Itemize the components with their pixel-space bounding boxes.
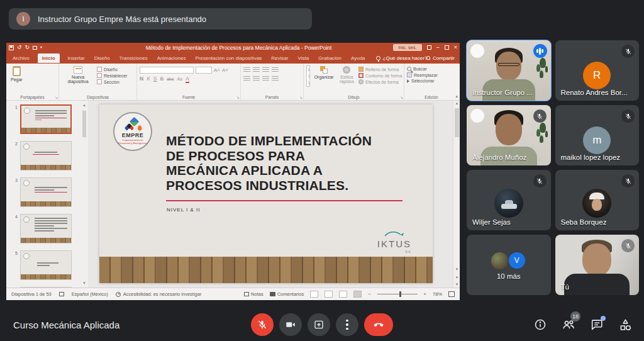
restore-icon[interactable] [445,45,449,50]
notes-toggle[interactable]: Notas [244,291,264,297]
shape-outline-button[interactable]: Contorno de forma [358,73,402,78]
previous-slide-icon[interactable]: ▲ [453,275,460,279]
decrease-indent-icon[interactable] [262,67,269,72]
shape-fill-button[interactable]: Relleno de forma [358,67,402,72]
paragraph-dialog-launcher-icon[interactable]: ↘ [299,95,303,99]
next-slide-icon[interactable]: ▼ [453,282,460,286]
mic-toggle-button[interactable] [251,313,274,336]
tile-maikol[interactable]: m maikol lopez lopez [555,105,640,165]
thumbnail-slide-5[interactable]: 5 [13,250,88,280]
replace-button[interactable]: Reemplazar [407,72,438,77]
thumbnail-slide-4[interactable]: 4 [13,214,88,243]
tile-renato[interactable]: R Renato Andres Bor... [555,40,640,101]
accessibility-status[interactable]: Accesibilidad: es necesario investigar [123,291,202,297]
sign-in-button[interactable]: Inic. ses. [393,44,422,51]
bullets-icon[interactable] [243,67,250,72]
align-center-icon[interactable] [253,76,260,81]
grow-font-icon[interactable]: A˄ [214,67,220,73]
meeting-details-button[interactable] [533,317,548,332]
increase-indent-icon[interactable] [272,67,279,72]
align-left-icon[interactable] [243,76,250,81]
scroll-up-icon[interactable]: ▲ [453,101,460,105]
undo-icon[interactable]: ↺ [17,45,22,50]
reading-view-icon[interactable] [339,291,347,298]
thumbnail-slide-3[interactable]: 3 [13,177,88,207]
tile-seba[interactable]: Seba Borquez [555,170,640,230]
zoom-out-icon[interactable]: − [368,291,370,297]
drawing-dialog-launcher-icon[interactable]: ↘ [400,95,403,99]
chat-button[interactable] [589,317,604,332]
save-icon[interactable] [9,45,14,50]
minimize-icon[interactable]: – [436,45,440,50]
tab-archivo[interactable]: Archivo [11,54,31,62]
scroll-down-icon[interactable]: ▼ [82,281,87,285]
show-participants-button[interactable]: 18 [561,317,576,332]
underline-button[interactable]: S [153,75,157,82]
language-indicator[interactable]: Español (México) [72,291,108,297]
tab-diseno[interactable]: Diseño [93,54,111,62]
tab-revisar[interactable]: Revisar [270,54,289,62]
tile-alejandro[interactable]: Alejandro Muñoz [467,105,551,165]
ribbon-display-icon[interactable] [427,45,431,50]
bold-button[interactable]: N [140,75,143,82]
arrange-button[interactable]: Organizar [313,65,335,92]
reset-button[interactable]: Restablecer [97,73,127,78]
font-dialog-launcher-icon[interactable]: ↘ [236,95,240,99]
zoom-level[interactable]: 78% [433,291,442,297]
strikethrough-button[interactable]: S [160,75,164,82]
tab-grabacion[interactable]: Grabación [317,54,343,62]
start-slideshow-icon[interactable] [33,46,37,50]
thumbnail-slide-1[interactable]: 1 [13,104,88,134]
clipboard-dialog-launcher-icon[interactable]: ↘ [55,95,58,99]
layout-button[interactable]: Diseño [97,67,127,72]
close-icon[interactable]: × [454,45,457,50]
tab-presentacion[interactable]: Presentación con diapositivas [194,54,263,62]
tell-me-box[interactable]: ¿Qué desea hacer? [376,55,428,61]
font-size-select[interactable] [196,67,212,74]
paste-button[interactable]: Pegar [9,65,25,92]
section-button[interactable]: Sección [97,79,127,84]
new-slide-button[interactable]: Nueva diapositiva [62,65,94,92]
tab-vista[interactable]: Vista [296,54,310,62]
tile-overflow[interactable]: V 10 más [467,235,551,295]
tab-transiciones[interactable]: Transiciones [118,54,149,62]
tab-ayuda[interactable]: Ayuda [350,54,367,62]
scroll-up-icon[interactable]: ▲ [82,103,87,107]
select-button[interactable]: Seleccionar [407,79,438,83]
scroll-down-icon[interactable]: ▼ [453,267,460,271]
redo-icon[interactable]: ↻ [25,45,30,50]
slideshow-view-icon[interactable] [353,291,362,298]
quick-styles-button[interactable]: Estilos rápidos [338,65,356,92]
font-color-button[interactable]: A [186,75,189,83]
more-options-button[interactable] [336,313,358,336]
shapes-gallery[interactable]: ▭ ⧹ ⧹ □ ○ □ △ ⌐ ⌐ ⇨ ⇩ ◠ ◌ ∿ ∿ ( ) ☆ [306,65,310,87]
fit-slide-icon[interactable] [448,291,455,297]
slide-sorter-view-icon[interactable] [325,291,333,298]
tab-animaciones[interactable]: Animaciones [156,54,187,62]
numbering-icon[interactable] [253,67,260,72]
comments-toggle[interactable]: Comentarios [270,291,304,297]
change-case-button[interactable]: Aa [177,77,182,81]
leave-call-button[interactable] [364,313,393,336]
shrink-font-icon[interactable]: A˅ [222,67,228,73]
share-button[interactable]: Compartir [426,55,455,61]
tile-instructor[interactable]: Instructor Grupo ... [467,40,551,101]
normal-view-icon[interactable] [310,291,318,298]
find-button[interactable]: Buscar [407,67,438,71]
qat-dropdown-icon[interactable]: ▾ [40,45,42,50]
camera-toggle-button[interactable] [279,313,302,336]
zoom-in-icon[interactable]: + [424,291,426,297]
tile-self[interactable]: Tú [555,235,640,295]
font-name-select[interactable] [140,67,194,74]
spellcheck-icon[interactable] [59,292,64,296]
slide-vertical-scrollbar[interactable]: ▲ ▼ ▲ ▼ [453,101,460,288]
thumbnail-slide-2[interactable]: 2 [13,141,88,170]
tab-insertar[interactable]: Insertar [67,54,86,62]
align-right-icon[interactable] [262,76,269,81]
italic-button[interactable]: K [147,75,150,82]
activities-button[interactable] [618,317,633,332]
current-slide[interactable]: EMPRE Capacitaciones en Prevención y Eme… [99,104,433,283]
present-button[interactable] [308,313,330,336]
shape-effects-button[interactable]: Efectos de forma [358,79,402,84]
thumbnail-slide-6[interactable]: 6 POLEAS [13,287,88,288]
